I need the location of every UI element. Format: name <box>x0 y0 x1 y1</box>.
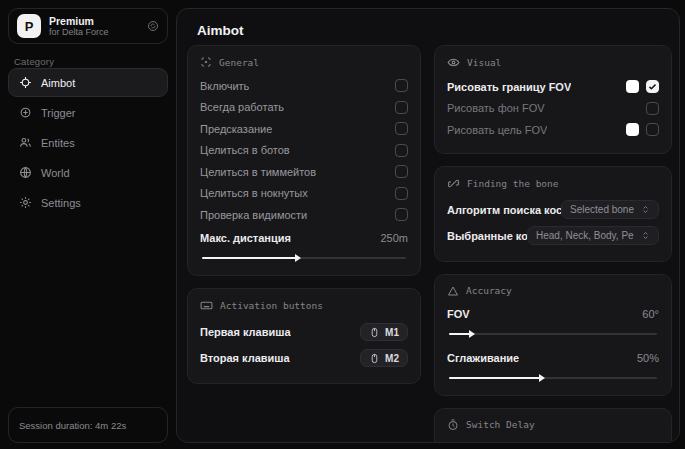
sidebar-item-label: Aimbot <box>41 77 75 89</box>
switch-delay-card: Switch Delay Задержка переключения Задер… <box>434 408 672 444</box>
accuracy-card: Accuracy FOV 60° Сглаживание 50% <box>434 274 672 396</box>
session-duration-text: Session duration: 4m 22s <box>19 420 126 431</box>
toggle-label: Целиться в тиммейтов <box>200 166 316 178</box>
max-distance-slider-group: Макс. дистанция 250m <box>200 228 408 264</box>
toggle-row: Включить <box>200 75 408 97</box>
visual-label: Рисовать фон FOV <box>447 102 545 114</box>
globe-icon <box>19 166 32 179</box>
section-title: Visual <box>467 57 501 68</box>
slider-head: FOV 60° <box>447 304 659 326</box>
main-panel: Aimbot General Включить Всегда работать … <box>176 8 680 443</box>
right-column: Visual Рисовать границу FOV Рисовать фон… <box>434 45 672 443</box>
slider-head: Сглаживание 50% <box>447 347 659 369</box>
mouse-icon <box>369 353 380 364</box>
brand-subtitle: for Delta Force <box>49 27 139 37</box>
toggle-label: Задержка переключения <box>447 442 574 443</box>
section-title: Finding the bone <box>467 178 559 189</box>
timer-icon <box>447 419 459 431</box>
keybind-row: Вторая клавиша M2 <box>200 345 408 371</box>
checkbox[interactable] <box>395 122 408 135</box>
toggle-label: Включить <box>200 80 249 92</box>
general-card: General Включить Всегда работать Предска… <box>187 45 421 276</box>
visual-label: Рисовать границу FOV <box>447 81 571 93</box>
toggle-label: Проверка видимости <box>200 209 307 221</box>
keybind-button[interactable]: M1 <box>360 323 408 341</box>
visual-row: Рисовать границу FOV <box>447 76 659 98</box>
keybind-button[interactable]: M2 <box>360 349 408 367</box>
checkbox[interactable] <box>395 144 408 157</box>
smoothing-slider-group: Сглаживание 50% <box>447 347 659 383</box>
crosshair-icon <box>19 76 32 89</box>
color-swatch[interactable] <box>626 80 639 93</box>
color-swatch[interactable] <box>626 123 639 136</box>
visual-controls <box>626 80 659 93</box>
general-header: General <box>200 56 408 68</box>
bone-algorithm-select[interactable]: Selected bone <box>561 200 659 219</box>
sidebar-item-entities[interactable]: Entites <box>8 128 168 157</box>
sidebar-item-trigger[interactable]: Trigger <box>8 98 168 127</box>
slider-head: Макс. дистанция 250m <box>200 228 408 250</box>
checkbox[interactable] <box>395 79 408 92</box>
keybind-row: Первая клавиша M1 <box>200 319 408 345</box>
bone-row: Алгоритм поиска кост Selected bone <box>447 197 659 223</box>
max-distance-slider[interactable] <box>200 253 408 263</box>
mouse-icon <box>369 327 380 338</box>
sidebar-item-settings[interactable]: Settings <box>8 188 168 217</box>
checkbox[interactable] <box>646 442 659 443</box>
section-title: Activation buttons <box>220 300 323 311</box>
sidebar-item-world[interactable]: World <box>8 158 168 187</box>
section-title: Switch Delay <box>466 419 535 430</box>
brand-title: Premium <box>49 15 139 27</box>
trigger-icon <box>19 106 32 119</box>
sidebar-item-aimbot[interactable]: Aimbot <box>8 68 168 97</box>
fov-slider[interactable] <box>447 329 659 339</box>
visual-header: Visual <box>447 56 659 69</box>
brand-logo: P <box>17 14 41 38</box>
accuracy-header: Accuracy <box>447 285 659 297</box>
checkbox[interactable] <box>646 102 659 115</box>
bone-label: Алгоритм поиска кост <box>447 204 561 216</box>
checkbox[interactable] <box>395 165 408 178</box>
visual-card: Visual Рисовать границу FOV Рисовать фон… <box>434 45 672 154</box>
category-label: Category <box>14 56 54 67</box>
bone-label: Выбранные кос <box>447 230 527 242</box>
slider-label: FOV <box>447 308 470 320</box>
keybind-value: M2 <box>385 353 399 364</box>
brand-text: Premium for Delta Force <box>49 15 139 37</box>
select-value: Selected bone <box>570 204 634 215</box>
eye-icon <box>447 56 460 69</box>
visual-row: Рисовать цель FOV <box>447 119 659 141</box>
slider-value: 60° <box>642 308 659 320</box>
checkbox[interactable] <box>646 80 659 93</box>
checkbox[interactable] <box>646 123 659 136</box>
scan-icon <box>200 56 212 68</box>
bones-select[interactable]: Head, Neck, Body, Pe... <box>527 226 659 245</box>
checkbox[interactable] <box>395 101 408 114</box>
slider-track <box>449 333 657 335</box>
toggle-row: Предсказание <box>200 118 408 140</box>
checkbox[interactable] <box>395 187 408 200</box>
toggle-row: Целиться в тиммейтов <box>200 161 408 183</box>
toggle-label: Целиться в нокнутых <box>200 187 308 199</box>
brand-card: P Premium for Delta Force <box>8 8 168 44</box>
check-icon <box>648 82 657 91</box>
section-title: Accuracy <box>466 285 512 296</box>
toggle-row: Целиться в нокнутых <box>200 183 408 205</box>
smoothing-slider[interactable] <box>447 373 659 383</box>
visual-controls <box>626 123 659 136</box>
session-duration: Session duration: 4m 22s <box>8 407 168 443</box>
slider-value: 250m <box>380 232 408 244</box>
checkbox[interactable] <box>395 208 408 221</box>
toggle-label: Целиться в ботов <box>200 144 290 156</box>
select-value: Head, Neck, Body, Pe... <box>536 230 634 241</box>
updown-icon <box>641 204 650 215</box>
slider-label: Макс. дистанция <box>200 232 291 244</box>
fov-slider-group: FOV 60° <box>447 304 659 340</box>
toggle-row: Проверка видимости <box>200 204 408 226</box>
toggle-row: Задержка переключения <box>447 438 659 444</box>
triangle-icon <box>447 285 459 297</box>
sidebar-item-label: Trigger <box>41 107 75 119</box>
slider-label: Сглаживание <box>447 352 519 364</box>
section-title: General <box>219 57 259 68</box>
sync-icon[interactable] <box>147 20 159 32</box>
